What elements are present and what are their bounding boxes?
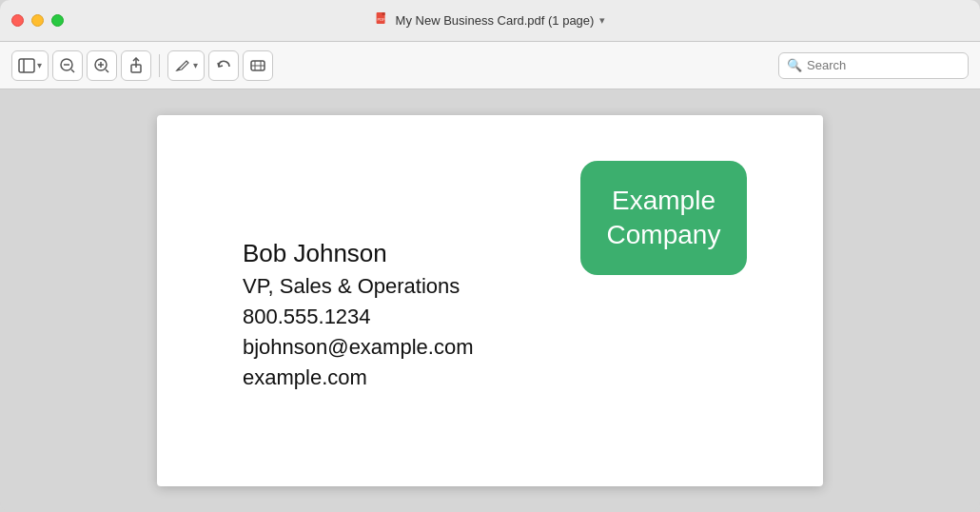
annotate-icon [174, 57, 191, 74]
close-button[interactable] [11, 14, 24, 27]
svg-rect-1 [382, 12, 385, 15]
undo-button[interactable] [208, 50, 239, 81]
zoom-in-icon [93, 57, 110, 74]
title-dropdown-icon[interactable]: ▾ [599, 14, 605, 27]
search-input[interactable] [807, 58, 960, 72]
window-title: My New Business Card.pdf (1 page) [396, 13, 595, 28]
company-logo: Example Company [580, 161, 747, 275]
company-logo-text: Example Company [607, 184, 721, 253]
svg-line-11 [106, 69, 108, 72]
zoom-in-button[interactable] [87, 50, 117, 81]
maximize-button[interactable] [51, 14, 64, 27]
sidebar-icon [18, 58, 35, 73]
title-bar: PDF My New Business Card.pdf (1 page) ▾ [0, 0, 980, 42]
window-controls [11, 14, 64, 27]
zoom-out-button[interactable] [52, 50, 83, 81]
contact-phone: 800.555.1234 [243, 305, 473, 329]
undo-icon [215, 57, 232, 74]
contact-name: Bob Johnson [243, 239, 473, 268]
search-box[interactable]: 🔍 [778, 52, 969, 79]
toolbar: ▾ ▾ [0, 42, 980, 89]
share-button[interactable] [121, 50, 151, 81]
sidebar-toggle-button[interactable]: ▾ [11, 50, 49, 81]
annotate-button[interactable]: ▾ [167, 50, 205, 81]
search-icon: 🔍 [787, 58, 802, 72]
separator-1 [159, 54, 160, 77]
pdf-icon: PDF [375, 11, 390, 30]
sidebar-dropdown-chevron: ▾ [37, 60, 42, 70]
svg-line-7 [71, 69, 74, 72]
contact-info: Bob Johnson VP, Sales & Operations 800.5… [243, 239, 473, 390]
svg-rect-3 [19, 59, 34, 72]
contact-email: bjohnson@example.com [243, 335, 473, 360]
svg-text:PDF: PDF [378, 17, 386, 22]
minimize-button[interactable] [31, 14, 44, 27]
contact-website: example.com [243, 365, 473, 390]
tools-button[interactable] [243, 50, 273, 81]
tools-icon [249, 57, 266, 74]
window-title-area: PDF My New Business Card.pdf (1 page) ▾ [375, 11, 606, 30]
contact-title: VP, Sales & Operations [243, 274, 473, 299]
content-area: Example Company Bob Johnson VP, Sales & … [0, 89, 980, 512]
share-icon [127, 57, 145, 74]
zoom-out-icon [59, 57, 76, 74]
annotate-dropdown-chevron: ▾ [193, 60, 198, 70]
pdf-page: Example Company Bob Johnson VP, Sales & … [157, 115, 823, 486]
